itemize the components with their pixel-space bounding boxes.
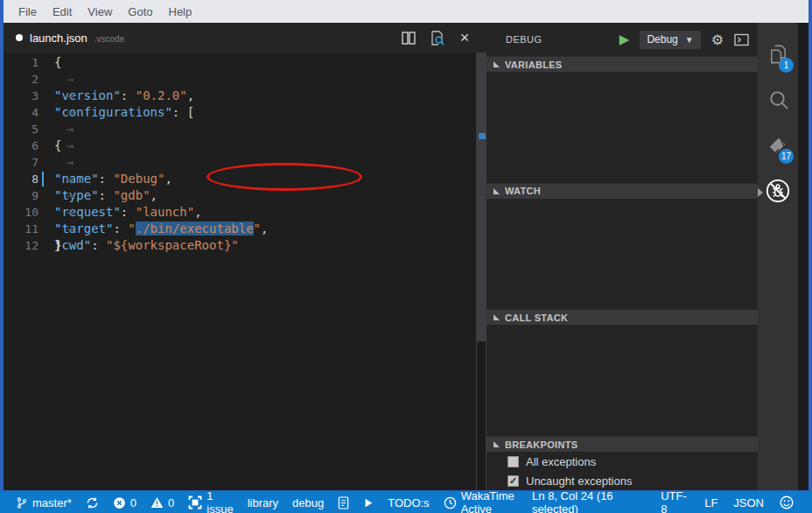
line-number: 8	[4, 171, 44, 187]
menu-help[interactable]: Help	[161, 2, 200, 22]
badge-explorer: 1	[779, 58, 794, 73]
line-content: → → → "name": "Debug",	[54, 121, 172, 137]
tab-path-hint: .vscode	[94, 34, 124, 44]
code-lines: 1{2→ "version": "0.2.0",3→ "configuratio…	[4, 53, 476, 254]
activity-source-control[interactable]: 17	[758, 124, 798, 170]
status-debug-target[interactable]: debug	[285, 492, 331, 513]
debug-sections: VARIABLESWATCHCALL STACKBREAKPOINTSAll e…	[486, 56, 758, 490]
line-number: 6	[4, 137, 44, 154]
breakpoint-row[interactable]: All exceptions	[486, 452, 758, 471]
status-encoding-label: UTF-8	[661, 489, 689, 513]
tab-actions: ×	[401, 30, 486, 46]
section-header-variables[interactable]: VARIABLES	[486, 56, 758, 72]
code-line-7[interactable]: 7→ → → "request": "launch",	[4, 154, 476, 171]
status-cursor-position-label: Ln 8, Col 24 (16 selected)	[532, 489, 645, 513]
status-language-mode[interactable]: JSON	[725, 492, 772, 513]
debug-sidebar-header: DEBUG ▶ Debug ▼ ⚙	[486, 23, 758, 56]
code-line-1[interactable]: 1{	[4, 54, 476, 71]
line-number: 5	[4, 121, 44, 137]
status-git-branch[interactable]: master*	[9, 492, 79, 513]
breakpoint-row[interactable]: Uncaught exceptions	[486, 471, 758, 490]
status-sync[interactable]	[79, 492, 106, 513]
configure-gear-icon[interactable]: ⚙	[711, 32, 724, 48]
code-line-3[interactable]: 3→ "configurations": [	[4, 88, 476, 104]
section-variables: VARIABLES	[486, 56, 758, 183]
status-warnings[interactable]: 0	[144, 492, 181, 513]
status-issues[interactable]: 1 issue	[181, 492, 240, 513]
split-editor-icon[interactable]	[401, 30, 416, 46]
debug-icon	[765, 178, 791, 207]
status-feedback[interactable]	[772, 492, 802, 513]
section-header-call-stack[interactable]: CALL STACK	[486, 309, 758, 325]
status-errors[interactable]: 0	[106, 492, 144, 513]
line-number: 7	[4, 154, 44, 171]
status-run[interactable]	[356, 492, 381, 513]
editor-scrollbar[interactable]	[476, 53, 486, 490]
menu-bar: FileEditViewGotoHelp	[4, 0, 808, 23]
line-content: → "version": "0.2.0",	[54, 71, 194, 88]
line-number: 10	[4, 204, 44, 221]
activity-debug[interactable]	[758, 170, 798, 215]
open-console-icon[interactable]	[734, 33, 749, 46]
section-breakpoints: BREAKPOINTSAll exceptionsUncaught except…	[486, 436, 758, 490]
checkbox-checked[interactable]	[508, 475, 519, 487]
smiley-icon	[780, 495, 794, 509]
line-number: 2	[4, 71, 44, 88]
debug-config-dropdown[interactable]: Debug ▼	[640, 31, 700, 49]
status-wakatime[interactable]: WakaTime Active	[437, 492, 524, 513]
open-preview-icon[interactable]	[429, 30, 444, 46]
section-body-variables	[486, 72, 758, 183]
menu-view[interactable]: View	[80, 2, 120, 22]
status-wakatime-label: WakaTime Active	[461, 489, 517, 513]
editor-row: 1{2→ "version": "0.2.0",3→ "configuratio…	[4, 53, 486, 490]
line-content: → → → "target": "./bin/executable",	[54, 171, 268, 187]
status-todos-label: TODO:s	[388, 496, 429, 509]
section-body-breakpoints: All exceptionsUncaught exceptions	[486, 452, 758, 490]
line-content: }	[54, 237, 61, 254]
clock-icon	[444, 496, 457, 509]
status-bar-left: master*001 issuelibrarydebugTODO:sWakaTi…	[9, 492, 524, 513]
collapse-twisty-icon	[494, 188, 500, 194]
status-issues-label: 1 issue	[206, 489, 233, 513]
code-line-4[interactable]: 4→ → {	[4, 104, 476, 121]
activity-explorer[interactable]: 1	[758, 33, 798, 79]
code-line-8[interactable]: 8→ → → "target": "./bin/executable",	[4, 171, 476, 187]
status-cursor-position[interactable]: Ln 8, Col 24 (16 selected)	[524, 492, 653, 513]
code-line-5[interactable]: 5→ → → "name": "Debug",	[4, 121, 476, 137]
line-content: → → → "cwd": "${workspaceRoot}"	[54, 187, 239, 204]
section-body-watch	[486, 199, 758, 310]
line-number: 3	[4, 88, 44, 104]
status-warnings-label: 0	[168, 496, 174, 509]
code-line-2[interactable]: 2→ "version": "0.2.0",	[4, 71, 476, 88]
scrollbar-slider[interactable]	[477, 53, 486, 341]
activity-bar: 117	[758, 23, 798, 490]
menu-goto[interactable]: Goto	[120, 2, 160, 22]
tab-launch-json[interactable]: launch.json .vscode	[4, 23, 133, 53]
status-todos[interactable]: TODO:s	[381, 492, 436, 513]
checkbox-unchecked[interactable]	[508, 456, 519, 467]
menu-file[interactable]: File	[10, 2, 45, 22]
text-cursor	[42, 172, 44, 186]
line-content: → → }	[54, 204, 105, 221]
overview-ruler-selection-marker	[479, 133, 486, 139]
start-debug-icon[interactable]: ▶	[620, 32, 630, 47]
line-content: → → → "type": "gdb",	[54, 137, 158, 154]
code-editor[interactable]: 1{2→ "version": "0.2.0",3→ "configuratio…	[4, 53, 476, 490]
status-library[interactable]: library	[241, 492, 285, 513]
status-eol[interactable]: LF	[696, 492, 725, 513]
debug-toolbar: ▶ Debug ▼ ⚙	[620, 31, 749, 49]
editor-column: launch.json .vscode × 1{2→ "version": "0…	[4, 23, 486, 490]
activity-search[interactable]	[758, 79, 798, 124]
section-label: CALL STACK	[505, 313, 568, 323]
section-header-watch[interactable]: WATCH	[486, 183, 758, 199]
status-doc-tool[interactable]	[331, 492, 356, 513]
warning-icon	[150, 496, 164, 509]
status-encoding[interactable]: UTF-8	[653, 492, 696, 513]
section-header-breakpoints[interactable]: BREAKPOINTS	[486, 436, 758, 452]
close-icon[interactable]: ×	[457, 30, 472, 46]
code-line-6[interactable]: 6→ → → "type": "gdb",	[4, 137, 476, 154]
badge-source-control: 17	[779, 149, 794, 164]
doc-icon	[338, 496, 349, 509]
menu-edit[interactable]: Edit	[45, 2, 80, 22]
status-errors-label: 0	[130, 496, 136, 509]
